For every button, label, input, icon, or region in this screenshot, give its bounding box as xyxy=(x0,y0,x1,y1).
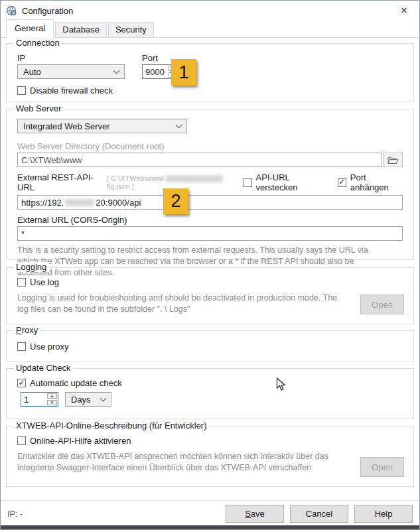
chevron-down-icon xyxy=(176,121,182,128)
rest-api-url-input[interactable]: https://192.20:9000/api xyxy=(17,195,403,210)
logging-group: Logging Use log Logging is used for trou… xyxy=(6,267,414,324)
update-interval-value: 1 xyxy=(21,393,46,406)
update-unit-select[interactable]: Days xyxy=(65,392,111,407)
open-logs-button[interactable]: Open xyxy=(360,295,404,314)
hide-api-url-checkbox[interactable]: API-URL verstecken xyxy=(244,172,328,192)
window-title: Configuration xyxy=(22,6,73,16)
tab-general[interactable]: General xyxy=(6,19,54,38)
logging-legend: Logging xyxy=(13,262,49,272)
interval-down-icon[interactable]: ▼ xyxy=(47,400,57,405)
configuration-dialog: Configuration × General Database Securit… xyxy=(0,0,420,530)
tab-strip: General Database Security xyxy=(1,21,419,38)
chevron-down-icon xyxy=(113,67,120,74)
api-docs-group: XTWEB-API-Online-Beschreibung (für Entwi… xyxy=(6,426,414,487)
disable-firewall-checkbox[interactable]: Disable firewall check xyxy=(17,86,403,96)
checkbox-checked-icon xyxy=(338,178,346,187)
web-server-legend: Web Server xyxy=(13,103,64,113)
update-check-legend: Update Check xyxy=(13,363,73,373)
port-value: 9000 xyxy=(143,65,168,78)
append-port-label: Port anhängen xyxy=(350,172,403,192)
browse-folder-button[interactable] xyxy=(383,153,403,167)
folder-icon xyxy=(387,156,399,165)
save-button-label: Save xyxy=(245,509,265,519)
directory-input[interactable]: C:\XTWeb\www xyxy=(17,153,382,167)
update-check-group: Update Check Automatic update check 1 ▲ … xyxy=(6,368,414,419)
ip-selected-value: Auto xyxy=(23,67,114,77)
ip-label: IP xyxy=(17,53,125,63)
cancel-button[interactable]: Cancel xyxy=(290,505,348,523)
tab-content: Connection IP Auto Port 9000 ▲ ▼ xyxy=(1,43,419,487)
checkbox-icon xyxy=(17,86,26,95)
proxy-legend: Proxy xyxy=(13,325,40,335)
window-bottom-edge xyxy=(1,525,419,529)
logging-note: Logging is used for troubleshooting and … xyxy=(17,293,349,315)
update-unit-value: Days xyxy=(71,395,101,405)
cors-label: External URL (CORS-Origin) xyxy=(17,215,403,225)
auto-update-label: Automatic update check xyxy=(30,378,122,388)
web-server-mode-select[interactable]: Integrated Web Server xyxy=(17,119,187,133)
checkbox-icon xyxy=(244,178,252,187)
api-url-prefix: https://192. xyxy=(21,198,64,208)
annotation-step-1: 1 xyxy=(171,59,196,86)
title-bar: Configuration × xyxy=(1,1,419,21)
web-server-mode-value: Integrated Web Server xyxy=(23,121,176,131)
online-api-help-label: Online-API-Hilfe aktivieren xyxy=(30,436,131,446)
chevron-down-icon xyxy=(100,395,107,401)
app-icon xyxy=(6,5,17,16)
ip-select[interactable]: Auto xyxy=(17,64,125,79)
auto-update-checkbox[interactable]: Automatic update check xyxy=(17,378,403,388)
web-server-group: Web Server Integrated Web Server Web Ser… xyxy=(6,109,414,260)
close-button[interactable]: × xyxy=(394,2,414,19)
update-interval-stepper[interactable]: 1 ▲ ▼ xyxy=(21,392,58,407)
connection-group: Connection IP Auto Port 9000 ▲ ▼ xyxy=(6,43,414,101)
footer-bar: IP: - Save Cancel Help xyxy=(1,501,419,527)
tab-database[interactable]: Database xyxy=(55,22,107,37)
save-button[interactable]: Save xyxy=(226,505,284,523)
api-docs-note: Entwickler die das XTWEB-API ansprechen … xyxy=(17,451,349,474)
use-proxy-checkbox[interactable]: Use proxy xyxy=(17,342,403,352)
ip-status: IP: - xyxy=(7,509,23,519)
interval-up-icon[interactable]: ▲ xyxy=(47,393,57,399)
rest-api-url-label: External REST-API-URL xyxy=(17,172,105,192)
api-docs-legend: XTWEB-API-Online-Beschreibung (für Entwi… xyxy=(13,421,210,431)
connection-legend: Connection xyxy=(13,38,62,48)
checkbox-icon xyxy=(17,342,26,351)
cors-input[interactable]: * xyxy=(17,226,403,241)
cancel-button-label: Cancel xyxy=(306,509,332,519)
use-log-checkbox[interactable]: Use log xyxy=(17,277,403,287)
hide-api-url-label: API-URL verstecken xyxy=(256,172,328,192)
redacted-path-segment xyxy=(166,175,223,182)
disable-firewall-label: Disable firewall check xyxy=(30,86,113,96)
use-log-label: Use log xyxy=(30,277,59,287)
help-button[interactable]: Help xyxy=(354,505,413,523)
mouse-cursor-icon xyxy=(276,377,285,391)
checkbox-icon xyxy=(17,436,26,445)
checkbox-icon xyxy=(17,278,26,287)
annotation-step-2: 2 xyxy=(163,188,188,214)
checkbox-checked-icon xyxy=(17,379,26,387)
open-swagger-button[interactable]: Open xyxy=(360,457,404,477)
api-url-suffix: 20:9000/api xyxy=(96,198,141,208)
online-api-help-checkbox[interactable]: Online-API-Hilfe aktivieren xyxy=(17,436,403,446)
help-button-label: Help xyxy=(375,509,393,519)
use-proxy-label: Use proxy xyxy=(30,342,69,352)
append-port-checkbox[interactable]: Port anhängen xyxy=(338,172,403,192)
tab-security[interactable]: Security xyxy=(108,22,154,37)
directory-label: Web Server Directory (Document root) xyxy=(17,141,403,151)
proxy-group: Proxy Use proxy xyxy=(6,330,414,362)
redacted-ip-segment xyxy=(65,199,94,206)
